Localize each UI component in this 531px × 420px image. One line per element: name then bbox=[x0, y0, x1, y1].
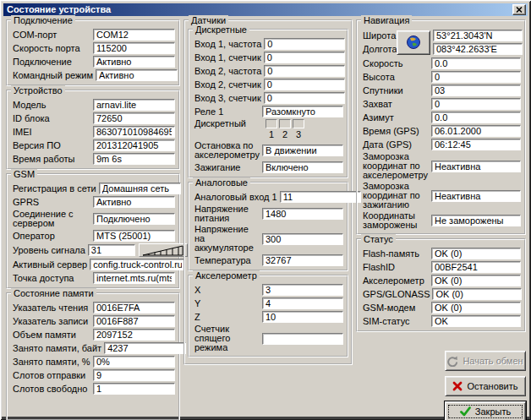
input2-counter-field[interactable] bbox=[264, 79, 345, 90]
field-row: Напряжение питания bbox=[194, 205, 343, 223]
field-row: Модель bbox=[13, 99, 175, 111]
discrete-indicator-cells bbox=[266, 119, 343, 128]
refresh-icon bbox=[447, 356, 458, 367]
signal-level-label: Уровень сигнала bbox=[13, 246, 88, 255]
speed-field[interactable] bbox=[431, 57, 521, 69]
gprs-field[interactable] bbox=[93, 196, 175, 208]
input3-counter-label: Вход 3, счетчик bbox=[194, 94, 264, 103]
sim-status-label: SIM-статус bbox=[363, 317, 431, 326]
field-row: ID блока bbox=[13, 112, 175, 124]
flash-id-field[interactable] bbox=[431, 261, 521, 273]
gps-glonass-field[interactable] bbox=[432, 288, 522, 300]
altitude-field[interactable] bbox=[431, 71, 521, 83]
group-connection: Подключение COM-порт Скорость порта Подк… bbox=[6, 19, 180, 86]
connection-state-field[interactable] bbox=[93, 56, 175, 68]
field-row: IMEI bbox=[13, 126, 175, 138]
operator-field[interactable] bbox=[93, 230, 175, 242]
apn-field[interactable] bbox=[93, 272, 175, 284]
write-pointer-field[interactable] bbox=[93, 315, 175, 327]
sim-status-field[interactable] bbox=[431, 315, 521, 327]
longitude-field[interactable] bbox=[433, 43, 523, 55]
gsm-modem-field[interactable] bbox=[431, 302, 521, 314]
input1-freq-field[interactable] bbox=[264, 38, 345, 50]
unit-id-field[interactable] bbox=[93, 112, 175, 124]
flash-memory-field[interactable] bbox=[431, 248, 521, 259]
temperature-field[interactable] bbox=[262, 254, 343, 266]
gps-date-field[interactable] bbox=[431, 139, 521, 150]
stop-label: Остановить bbox=[467, 381, 517, 391]
analog-input1-field[interactable] bbox=[280, 191, 361, 203]
freeze-accel-field[interactable] bbox=[431, 161, 521, 172]
command-mode-field[interactable] bbox=[96, 69, 178, 81]
signal-level-field[interactable] bbox=[88, 244, 135, 256]
supply-voltage-field[interactable] bbox=[262, 208, 343, 220]
start-exchange-label: Начать обмен bbox=[463, 356, 523, 366]
field-row: Y bbox=[194, 297, 343, 309]
network-reg-field[interactable] bbox=[99, 183, 181, 194]
satellites-field[interactable] bbox=[431, 85, 521, 96]
accel-z-field[interactable] bbox=[262, 311, 343, 323]
unit-id-label: ID блока bbox=[13, 114, 93, 123]
stop-button[interactable]: Остановить bbox=[445, 376, 526, 396]
field-row: Счетчик спящего режима bbox=[194, 325, 343, 352]
port-speed-field[interactable] bbox=[93, 42, 175, 54]
fix-field[interactable] bbox=[431, 98, 521, 110]
red-x-icon bbox=[452, 381, 463, 391]
battery-voltage-field[interactable] bbox=[262, 233, 343, 245]
azimuth-field[interactable] bbox=[431, 112, 521, 123]
firmware-field[interactable] bbox=[93, 139, 175, 151]
uptime-field[interactable] bbox=[93, 153, 175, 165]
field-row: Вход 2, счетчик bbox=[194, 79, 343, 90]
battery-voltage-label: Напряжение на аккумуляторе bbox=[194, 225, 262, 253]
close-icon bbox=[516, 7, 523, 13]
accel-y-field[interactable] bbox=[262, 297, 343, 309]
accel-stop-field[interactable] bbox=[262, 145, 343, 156]
show-on-map-button[interactable] bbox=[397, 30, 430, 55]
field-row: Соединение с сервером bbox=[13, 210, 175, 228]
ignition-field[interactable] bbox=[262, 161, 343, 173]
memory-used-bytes-field[interactable] bbox=[104, 342, 186, 354]
read-pointer-field[interactable] bbox=[93, 302, 175, 314]
group-title-discrete: Дискретные bbox=[193, 25, 249, 35]
memory-size-label: Объем памяти bbox=[13, 330, 93, 340]
dialog-content: Подключение COM-порт Скорость порта Подк… bbox=[6, 19, 525, 415]
accel-status-field[interactable] bbox=[431, 275, 521, 286]
latitude-field[interactable] bbox=[433, 30, 523, 41]
coords-frozen-field[interactable] bbox=[431, 215, 521, 226]
field-row: Слотов отправки bbox=[13, 369, 175, 381]
globe-icon bbox=[406, 35, 421, 50]
free-slots-field[interactable] bbox=[93, 383, 175, 395]
send-slots-field[interactable] bbox=[93, 369, 175, 381]
freeze-ignition-field[interactable] bbox=[431, 190, 521, 202]
field-row: Регистрация в сети bbox=[13, 183, 175, 194]
field-row: Зажигание bbox=[194, 161, 343, 173]
start-exchange-button[interactable]: Начать обмен bbox=[445, 351, 526, 371]
imei-field[interactable] bbox=[93, 126, 175, 138]
input3-counter-field[interactable] bbox=[264, 92, 345, 104]
server-connection-label: Соединение с сервером bbox=[13, 210, 93, 228]
discrete-num-3: 3 bbox=[293, 130, 304, 139]
group-title-connection: Подключение bbox=[11, 15, 75, 25]
latitude-label: Широта bbox=[363, 30, 397, 41]
gps-time-field[interactable] bbox=[431, 125, 521, 137]
sleep-counter-field[interactable] bbox=[262, 333, 343, 345]
input1-counter-field[interactable] bbox=[264, 52, 345, 63]
relay1-field[interactable] bbox=[262, 106, 343, 117]
supply-voltage-label: Напряжение питания bbox=[194, 205, 262, 223]
accel-x-field[interactable] bbox=[262, 284, 343, 296]
model-field[interactable] bbox=[93, 99, 175, 111]
group-sensors: Датчики Дискретные Вход 1, частота Вход … bbox=[183, 19, 353, 365]
server-connection-field[interactable] bbox=[93, 213, 175, 225]
field-row: Аналоговый вход 1 bbox=[194, 191, 343, 203]
close-button[interactable]: Закрыть bbox=[445, 401, 526, 420]
active-server-field[interactable] bbox=[90, 259, 185, 270]
close-window-button[interactable] bbox=[512, 4, 526, 15]
memory-used-percent-field[interactable] bbox=[93, 356, 175, 368]
memory-size-field[interactable] bbox=[93, 329, 175, 341]
discrete-indicator-label: Дискретный bbox=[194, 119, 262, 128]
field-row: Оператор bbox=[13, 230, 175, 242]
input2-freq-field[interactable] bbox=[264, 65, 345, 77]
group-accelerometer: Акселерометр X Y Z Счетчик спящего р bbox=[188, 275, 348, 357]
com-port-field[interactable] bbox=[93, 29, 175, 41]
com-port-label: COM-порт bbox=[13, 30, 93, 40]
